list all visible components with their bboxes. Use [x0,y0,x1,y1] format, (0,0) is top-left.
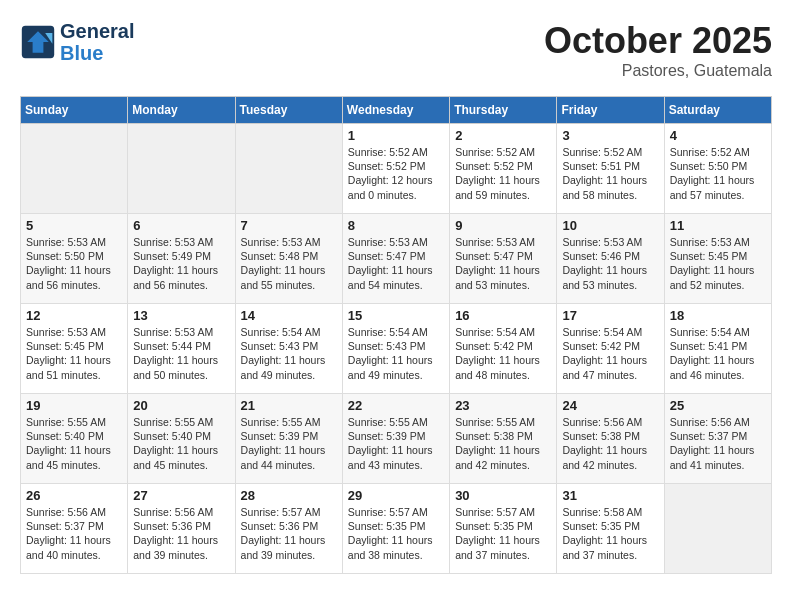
cell-text: Sunrise: 5:56 AM [670,415,766,429]
cell-text: and 0 minutes. [348,188,444,202]
day-number: 13 [133,308,229,323]
cell-text: Daylight: 11 hours [26,353,122,367]
calendar-cell: 1Sunrise: 5:52 AMSunset: 5:52 PMDaylight… [342,124,449,214]
cell-text: and 48 minutes. [455,368,551,382]
day-number: 4 [670,128,766,143]
cell-text: Daylight: 11 hours [26,263,122,277]
cell-text: Sunrise: 5:55 AM [455,415,551,429]
calendar-week-1: 1Sunrise: 5:52 AMSunset: 5:52 PMDaylight… [21,124,772,214]
cell-text: Daylight: 11 hours [133,533,229,547]
cell-text: Sunset: 5:47 PM [348,249,444,263]
cell-text: and 41 minutes. [670,458,766,472]
cell-text: and 37 minutes. [562,548,658,562]
calendar-week-4: 19Sunrise: 5:55 AMSunset: 5:40 PMDayligh… [21,394,772,484]
cell-text: Sunrise: 5:52 AM [670,145,766,159]
calendar-cell: 6Sunrise: 5:53 AMSunset: 5:49 PMDaylight… [128,214,235,304]
cell-text: Sunset: 5:48 PM [241,249,337,263]
cell-text: and 40 minutes. [26,548,122,562]
cell-text: Sunrise: 5:53 AM [241,235,337,249]
cell-text: and 55 minutes. [241,278,337,292]
day-number: 19 [26,398,122,413]
cell-text: and 38 minutes. [348,548,444,562]
title-block: October 2025 Pastores, Guatemala [544,20,772,80]
cell-text: Sunrise: 5:57 AM [241,505,337,519]
cell-text: Daylight: 11 hours [241,263,337,277]
day-number: 5 [26,218,122,233]
calendar-cell: 27Sunrise: 5:56 AMSunset: 5:36 PMDayligh… [128,484,235,574]
day-number: 30 [455,488,551,503]
cell-text: Daylight: 11 hours [562,173,658,187]
day-number: 2 [455,128,551,143]
cell-text: Sunrise: 5:56 AM [133,505,229,519]
day-number: 17 [562,308,658,323]
day-number: 29 [348,488,444,503]
cell-text: Sunset: 5:39 PM [348,429,444,443]
cell-text: Sunset: 5:47 PM [455,249,551,263]
cell-text: and 53 minutes. [562,278,658,292]
cell-text: and 50 minutes. [133,368,229,382]
cell-text: and 45 minutes. [26,458,122,472]
calendar-cell: 20Sunrise: 5:55 AMSunset: 5:40 PMDayligh… [128,394,235,484]
cell-text: Sunset: 5:50 PM [670,159,766,173]
cell-text: Daylight: 11 hours [455,173,551,187]
day-number: 11 [670,218,766,233]
calendar-header-row: SundayMondayTuesdayWednesdayThursdayFrid… [21,97,772,124]
cell-text: Sunset: 5:39 PM [241,429,337,443]
cell-text: Sunset: 5:36 PM [241,519,337,533]
cell-text: Daylight: 11 hours [455,353,551,367]
calendar-cell: 8Sunrise: 5:53 AMSunset: 5:47 PMDaylight… [342,214,449,304]
cell-text: Daylight: 11 hours [670,173,766,187]
calendar-cell: 26Sunrise: 5:56 AMSunset: 5:37 PMDayligh… [21,484,128,574]
cell-text: and 58 minutes. [562,188,658,202]
cell-text: Daylight: 11 hours [133,263,229,277]
day-number: 22 [348,398,444,413]
calendar-cell: 17Sunrise: 5:54 AMSunset: 5:42 PMDayligh… [557,304,664,394]
calendar-cell: 21Sunrise: 5:55 AMSunset: 5:39 PMDayligh… [235,394,342,484]
cell-text: Sunrise: 5:56 AM [562,415,658,429]
cell-text: Sunset: 5:38 PM [562,429,658,443]
cell-text: Sunset: 5:38 PM [455,429,551,443]
cell-text: Sunrise: 5:53 AM [133,325,229,339]
cell-text: Sunrise: 5:54 AM [455,325,551,339]
cell-text: Sunset: 5:43 PM [241,339,337,353]
cell-text: Sunset: 5:45 PM [26,339,122,353]
cell-text: Sunset: 5:50 PM [26,249,122,263]
calendar-cell: 31Sunrise: 5:58 AMSunset: 5:35 PMDayligh… [557,484,664,574]
logo-text: General Blue [60,20,134,64]
cell-text: Sunrise: 5:54 AM [348,325,444,339]
cell-text: Daylight: 11 hours [455,263,551,277]
weekday-header-sunday: Sunday [21,97,128,124]
weekday-header-wednesday: Wednesday [342,97,449,124]
calendar-cell: 15Sunrise: 5:54 AMSunset: 5:43 PMDayligh… [342,304,449,394]
cell-text: Daylight: 11 hours [241,443,337,457]
cell-text: and 42 minutes. [562,458,658,472]
cell-text: Sunset: 5:37 PM [670,429,766,443]
calendar-cell: 4Sunrise: 5:52 AMSunset: 5:50 PMDaylight… [664,124,771,214]
day-number: 24 [562,398,658,413]
cell-text: Sunset: 5:42 PM [562,339,658,353]
day-number: 1 [348,128,444,143]
cell-text: and 47 minutes. [562,368,658,382]
cell-text: Sunrise: 5:52 AM [562,145,658,159]
cell-text: Sunrise: 5:55 AM [26,415,122,429]
day-number: 3 [562,128,658,143]
cell-text: Daylight: 11 hours [26,443,122,457]
cell-text: Sunset: 5:40 PM [26,429,122,443]
cell-text: and 39 minutes. [133,548,229,562]
calendar-cell: 12Sunrise: 5:53 AMSunset: 5:45 PMDayligh… [21,304,128,394]
calendar-cell [235,124,342,214]
cell-text: Daylight: 11 hours [562,353,658,367]
day-number: 20 [133,398,229,413]
cell-text: and 37 minutes. [455,548,551,562]
calendar-cell [128,124,235,214]
month-title: October 2025 [544,20,772,62]
cell-text: Sunset: 5:43 PM [348,339,444,353]
calendar-cell [21,124,128,214]
cell-text: Sunrise: 5:55 AM [133,415,229,429]
cell-text: Daylight: 12 hours [348,173,444,187]
cell-text: and 49 minutes. [348,368,444,382]
weekday-header-friday: Friday [557,97,664,124]
page-header: General Blue October 2025 Pastores, Guat… [20,20,772,80]
cell-text: Sunset: 5:52 PM [455,159,551,173]
calendar-cell: 29Sunrise: 5:57 AMSunset: 5:35 PMDayligh… [342,484,449,574]
